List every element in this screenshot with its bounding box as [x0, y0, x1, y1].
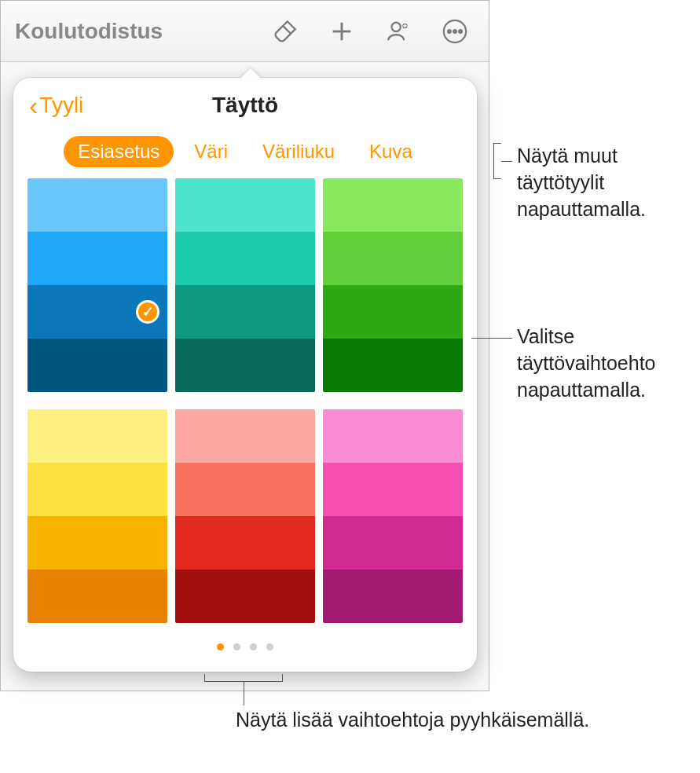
swatch-stripe[interactable]: [323, 178, 463, 232]
page-dot[interactable]: [233, 643, 240, 650]
swatch-area[interactable]: ✓: [13, 178, 477, 632]
callout-bracket: [493, 143, 501, 179]
swatch-stripe[interactable]: [27, 339, 167, 392]
swatch-stripe[interactable]: [175, 570, 315, 623]
svg-point-2: [392, 22, 401, 31]
swatch-stripe[interactable]: [175, 516, 315, 570]
toolbar: Koulutodistus: [1, 1, 489, 62]
tab-gradient[interactable]: Väriliuku: [248, 136, 349, 167]
back-button[interactable]: ‹ Tyyli: [29, 92, 83, 119]
format-brush-icon[interactable]: [270, 16, 300, 46]
tab-image[interactable]: Kuva: [355, 136, 427, 167]
svg-point-9: [459, 30, 462, 33]
popover-header: ‹ Tyyli Täyttö: [13, 78, 477, 133]
swatch-stripe[interactable]: [175, 409, 315, 463]
swatch-stripe[interactable]: [175, 178, 315, 232]
fill-popover: ‹ Tyyli Täyttö Esiasetus Väri Väriliuku …: [13, 78, 477, 672]
page-dots[interactable]: [13, 632, 477, 661]
callout-line: [471, 338, 512, 339]
callout-dots: Näytä lisää vaihtoehtoja pyyhkäisemällä.: [236, 707, 589, 734]
svg-point-8: [453, 30, 456, 33]
popover-title: Täyttö: [212, 93, 278, 118]
page-dot[interactable]: [217, 643, 224, 650]
svg-point-7: [448, 30, 451, 33]
swatch-stripe[interactable]: [175, 463, 315, 516]
swatch-stripe[interactable]: [175, 339, 315, 392]
page-dot[interactable]: [250, 643, 257, 650]
swatch-stripe[interactable]: [323, 570, 463, 623]
swatch-stripe[interactable]: [323, 516, 463, 570]
swatch-group[interactable]: [175, 178, 315, 392]
callout-tabs: Näytä muut täyttötyylit napauttamalla.: [517, 143, 700, 222]
swatch-stripe[interactable]: [27, 409, 167, 463]
page-dot[interactable]: [266, 643, 273, 650]
callout-swatch: Valitse täyttövaihtoehto napauttamalla.: [517, 324, 700, 403]
swatch-group[interactable]: [27, 409, 167, 623]
collaborate-icon[interactable]: [383, 16, 413, 46]
swatch-stripe[interactable]: [175, 285, 315, 339]
toolbar-icons: [163, 16, 475, 46]
app-frame: Koulutodistus ‹ Tyyli Täyttö Esias: [0, 0, 489, 691]
callout-line: [244, 682, 244, 705]
swatch-stripe[interactable]: [323, 409, 463, 463]
swatch-stripe[interactable]: [323, 232, 463, 285]
swatch-stripe[interactable]: [27, 463, 167, 516]
chevron-left-icon: ‹: [29, 92, 38, 119]
swatch-stripe[interactable]: [323, 285, 463, 339]
swatch-stripe[interactable]: [323, 339, 463, 392]
checkmark-icon: ✓: [136, 300, 159, 324]
more-icon[interactable]: [440, 16, 470, 46]
document-title: Koulutodistus: [15, 19, 163, 44]
swatch-group[interactable]: [175, 409, 315, 623]
tab-preset[interactable]: Esiasetus: [64, 136, 174, 167]
swatch-stripe[interactable]: [27, 516, 167, 570]
callout-bracket: [204, 674, 283, 682]
add-icon[interactable]: [327, 16, 357, 46]
swatch-grid: ✓: [27, 178, 463, 632]
callout-line: [501, 161, 512, 162]
fill-tabs: Esiasetus Väri Väriliuku Kuva: [13, 133, 477, 178]
swatch-stripe[interactable]: [27, 178, 167, 232]
swatch-stripe[interactable]: ✓: [27, 285, 167, 339]
back-label: Tyyli: [39, 93, 83, 118]
swatch-stripe[interactable]: [323, 463, 463, 516]
tab-color[interactable]: Väri: [180, 136, 242, 167]
swatch-stripe[interactable]: [175, 232, 315, 285]
swatch-group[interactable]: ✓: [27, 178, 167, 392]
swatch-group[interactable]: [323, 409, 463, 623]
swatch-group[interactable]: [323, 178, 463, 392]
swatch-stripe[interactable]: [27, 232, 167, 285]
swatch-stripe[interactable]: [27, 570, 167, 623]
